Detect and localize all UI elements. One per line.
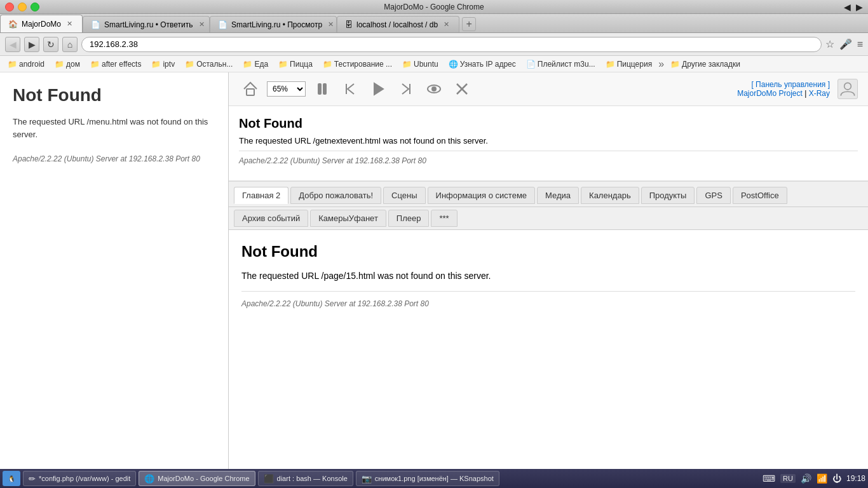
scroll-right-icon[interactable]: ▶ [856, 2, 863, 12]
tab-close-button[interactable]: ✕ [65, 19, 74, 29]
tab-misc[interactable]: *** [431, 210, 457, 227]
folder-icon: 📁 [90, 60, 100, 69]
bookmark-ip[interactable]: 🌐 Узнать IP адрес [445, 58, 520, 70]
scroll-left-icon[interactable]: ◀ [844, 2, 851, 12]
file-icon: 📄 [526, 60, 536, 69]
tab-smartliving-view[interactable]: 📄 SmartLiving.ru • Просмотр ✕ [210, 16, 337, 32]
taskbar-item-chrome[interactable]: 🌐 MajorDoMo - Google Chrome [139, 471, 255, 486]
more-bookmarks-button[interactable]: » [658, 58, 664, 70]
home-icon-btn[interactable] [239, 78, 262, 100]
tab-archive[interactable]: Архив событий [234, 210, 308, 227]
tab-player[interactable]: Плеер [388, 210, 430, 227]
bookmark-label: Тестирование ... [334, 60, 392, 69]
power-icon[interactable]: ⏻ [832, 473, 841, 484]
tab-localhost-db[interactable]: 🗄 localhost / localhost / db ✕ [337, 16, 459, 32]
tab-cameras[interactable]: КамерыУфанет [310, 210, 386, 227]
tab-close-button[interactable]: ✕ [326, 20, 336, 29]
tab-products[interactable]: Продукты [641, 187, 695, 204]
chrome-icon: 🌐 [144, 474, 154, 484]
close-icon-btn[interactable] [451, 78, 473, 100]
zoom-select[interactable]: 50% 65% 75% 100% 125% [267, 81, 306, 97]
eye-icon-btn[interactable] [423, 78, 445, 100]
right-error-description: The requested URL /getnextevent.html was… [239, 136, 858, 146]
main-content: Not Found The requested URL /page/15.htm… [229, 230, 868, 469]
main-error-description: The requested URL /page/15.html was not … [241, 271, 855, 281]
keyboard-icon[interactable]: ⌨ [763, 473, 775, 484]
taskbar-item-ksnapshot[interactable]: 📷 снимок1.png [изменён] — KSnapshot [356, 471, 499, 486]
tab-close-button[interactable]: ✕ [442, 20, 451, 29]
tab-media[interactable]: Медиа [537, 187, 579, 204]
bookmark-ubuntu[interactable]: 📁 Ubuntu [398, 58, 442, 70]
tab-label: SmartLiving.ru • Просмотр [231, 20, 322, 29]
bookmark-other-all[interactable]: 📁 Другие закладки [667, 58, 744, 70]
folder-icon: 📁 [670, 60, 680, 69]
forward-button[interactable]: ▶ [24, 37, 39, 52]
address-input[interactable] [81, 37, 822, 52]
back-button[interactable]: ◀ [5, 37, 20, 52]
taskbar-start-button[interactable]: 🐧 [3, 471, 20, 486]
maximize-button[interactable] [31, 3, 39, 11]
left-server-info: Apache/2.2.22 (Ubuntu) Server at 192.168… [13, 153, 215, 165]
close-button[interactable] [5, 3, 14, 11]
tab-close-button[interactable]: ✕ [197, 20, 207, 29]
language-indicator[interactable]: RU [780, 474, 796, 483]
next-icon-btn[interactable] [395, 78, 417, 100]
folder-icon: 📁 [185, 60, 194, 69]
minimize-button[interactable] [18, 3, 27, 11]
bookmark-other[interactable]: 📁 Остальн... [181, 58, 236, 70]
user-avatar[interactable] [837, 79, 858, 99]
taskbar-right: ⌨ RU 🔊 📶 ⏻ 19:18 [763, 473, 865, 484]
svg-rect-1 [318, 84, 321, 94]
globe-icon: 🌐 [449, 60, 458, 69]
tab-majordomo[interactable]: 🏠 MajorDoMo ✕ [0, 15, 83, 32]
left-error-description: The requested URL /menu.html was not fou… [13, 116, 215, 140]
left-error-panel: Not Found The requested URL /menu.html w… [0, 72, 229, 469]
play-icon-btn[interactable] [367, 78, 390, 100]
main-error-heading: Not Found [241, 243, 855, 261]
tab-calendar[interactable]: Календарь [581, 187, 639, 204]
bookmark-testing[interactable]: 📁 Тестирование ... [319, 58, 396, 70]
home-button[interactable]: ⌂ [62, 37, 78, 52]
bookmark-pizza[interactable]: 📁 Пицца [275, 58, 316, 70]
folder-icon: 📁 [606, 60, 615, 69]
microphone-icon[interactable]: 🎤 [839, 38, 852, 50]
bookmark-label: Плейлист m3u... [538, 60, 595, 69]
tab-gps[interactable]: GPS [696, 187, 730, 204]
majordomo-project-link[interactable]: MajorDoMo Project [737, 89, 803, 98]
folder-icon: 📁 [278, 60, 288, 69]
bookmark-star-icon[interactable]: ☆ [825, 38, 834, 50]
bookmark-food[interactable]: 📁 Еда [239, 58, 272, 70]
window-title: MajorDoMo - Google Chrome [384, 3, 484, 11]
bookmark-label: android [19, 60, 44, 69]
bookmark-iptv[interactable]: 📁 iptv [147, 58, 179, 70]
bookmark-android[interactable]: 📁 android [4, 58, 48, 70]
bookmark-playlist[interactable]: 📄 Плейлист m3u... [522, 58, 599, 70]
tab-favicon: 🗄 [345, 20, 353, 29]
xray-link[interactable]: X-Ray [809, 89, 830, 98]
tab-scenes[interactable]: Сцены [383, 187, 425, 204]
mdo-toolbar: 50% 65% 75% 100% 125% [239, 78, 473, 100]
tab-sysinfo[interactable]: Информация о системе [428, 187, 536, 204]
tab-postoffice[interactable]: PostOffice [733, 187, 787, 204]
pause-icon-btn[interactable] [311, 78, 334, 100]
tab-glavnaya2[interactable]: Главная 2 [234, 187, 288, 204]
reload-button[interactable]: ↻ [43, 37, 58, 52]
prev-icon-btn[interactable] [339, 78, 362, 100]
bookmark-pizzeria[interactable]: 📁 Пиццерия [602, 58, 656, 70]
menu-icon[interactable]: ≡ [857, 39, 863, 50]
tab-smartliving-reply[interactable]: 📄 SmartLiving.ru • Ответить ✕ [83, 16, 210, 32]
new-tab-button[interactable]: + [462, 17, 476, 31]
wifi-icon[interactable]: 📶 [817, 473, 827, 484]
tab-welcome[interactable]: Добро пожаловать! [290, 187, 381, 204]
bookmark-aftereffects[interactable]: 📁 after effects [86, 58, 145, 70]
panel-management-link[interactable]: [ Панель управления ] [751, 80, 830, 89]
mdo-links: [ Панель управления ] MajorDoMo Project … [737, 80, 830, 98]
taskbar: 🐧 ✏ *config.php (/var/www) - gedit 🌐 Maj… [0, 469, 868, 488]
svg-rect-2 [323, 84, 326, 94]
taskbar-item-gedit[interactable]: ✏ *config.php (/var/www) - gedit [23, 471, 136, 486]
volume-icon[interactable]: 🔊 [801, 473, 811, 484]
nav-tabs-row2: Архив событий КамерыУфанет Плеер *** [229, 207, 868, 230]
titlebar-controls[interactable] [5, 3, 39, 11]
taskbar-item-konsole[interactable]: ⬛ diart : bash — Konsole [258, 471, 353, 486]
bookmark-dom[interactable]: 📁 дом [51, 58, 84, 70]
